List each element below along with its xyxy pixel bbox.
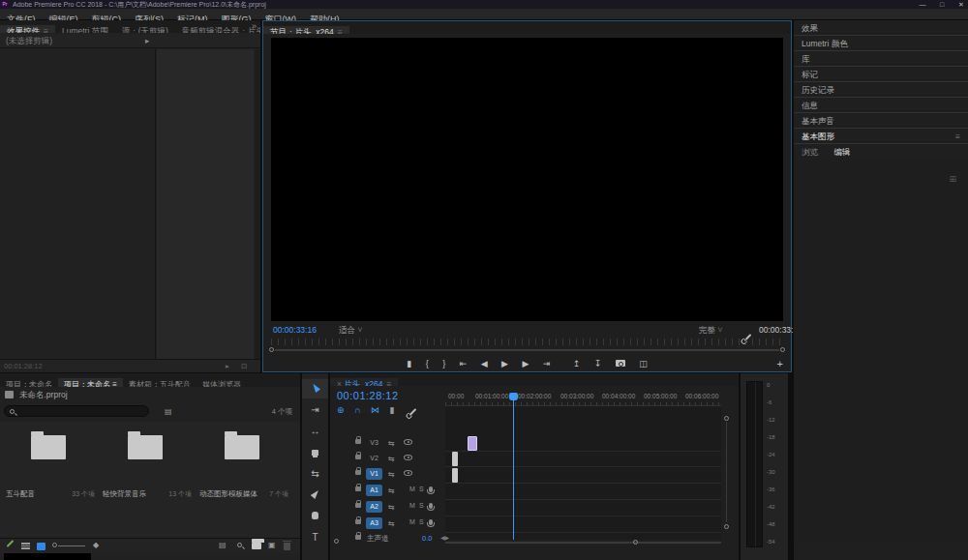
- close-tab-icon[interactable]: ×: [337, 379, 342, 386]
- pen-tool[interactable]: [302, 486, 328, 505]
- compare-view-button[interactable]: ◫: [639, 356, 648, 371]
- maximize-button[interactable]: □: [935, 0, 949, 9]
- go-to-out-button[interactable]: ⇥: [543, 356, 551, 371]
- zoom-slider-handle[interactable]: [52, 543, 57, 547]
- sync-lock-icon[interactable]: ⇆: [388, 455, 395, 463]
- timeline-vscroll-track[interactable]: [726, 422, 727, 522]
- new-bin-icon[interactable]: [252, 543, 261, 549]
- lock-icon[interactable]: [355, 519, 361, 524]
- clip-a1[interactable]: [452, 468, 458, 483]
- panel-markers[interactable]: 标记: [794, 67, 968, 82]
- list-view-icon[interactable]: [21, 543, 30, 549]
- sync-lock-icon[interactable]: ⇆: [388, 439, 395, 448]
- sync-lock-icon[interactable]: ⇆: [388, 519, 395, 528]
- scrollbar-right-handle[interactable]: [780, 347, 785, 352]
- step-forward-button[interactable]: ▶: [522, 356, 529, 371]
- scrollbar-track[interactable]: [275, 349, 779, 351]
- panel-lumetri-color[interactable]: Lumetri 颜色: [794, 36, 968, 51]
- selection-tool[interactable]: [302, 379, 328, 398]
- timeline-ruler[interactable]: 00:00 00:01:00:00 00:02:00:00 00:03:00:0…: [445, 392, 721, 406]
- playback-quality-select[interactable]: 完整 ˅: [699, 323, 722, 337]
- automate-to-sequence-icon[interactable]: ▤: [219, 541, 227, 549]
- type-tool[interactable]: T: [302, 528, 328, 547]
- panel-libraries[interactable]: 库: [794, 51, 968, 67]
- bin-item[interactable]: 五斗配音 33 个项: [2, 429, 97, 530]
- step-back-button[interactable]: ◀: [481, 356, 488, 371]
- bin-item[interactable]: 轻快背景音乐 13 个项: [99, 429, 194, 530]
- bin-item[interactable]: 动态图形模板媒体 7 个项: [196, 429, 290, 530]
- ripple-edit-tool[interactable]: ↔: [302, 422, 328, 441]
- minimize-button[interactable]: —: [916, 0, 929, 9]
- timeline-hscroll-handle[interactable]: [633, 540, 638, 545]
- tab-media-browser[interactable]: 媒体浏览器: [197, 378, 247, 387]
- nest-sequence-icon[interactable]: ⊛: [337, 405, 345, 415]
- track-badge[interactable]: V1: [366, 468, 382, 480]
- tab-project-1[interactable]: 项目：未命名: [0, 378, 58, 387]
- lock-icon[interactable]: [355, 439, 361, 444]
- tab-project-2[interactable]: 项目：未命名 ≡: [58, 378, 123, 387]
- new-item-icon[interactable]: ▣: [268, 541, 276, 549]
- sort-icon[interactable]: ◆: [93, 541, 99, 549]
- panel-essential-graphics[interactable]: 基本图形≡: [794, 129, 968, 144]
- master-gain-value[interactable]: 0.0: [422, 534, 432, 543]
- playhead-line[interactable]: [513, 398, 514, 540]
- panel-history[interactable]: 历史记录: [794, 82, 968, 98]
- timeline-zoom-left-handle[interactable]: [334, 539, 339, 544]
- clip-v2-graphic[interactable]: [468, 436, 477, 451]
- zoom-level-select[interactable]: 适合 ˅: [339, 323, 362, 337]
- mute-button[interactable]: M: [409, 518, 415, 525]
- panel-effects[interactable]: 效果: [794, 20, 968, 36]
- solo-button[interactable]: S: [419, 518, 424, 525]
- panel-menu-icon[interactable]: ≡: [44, 26, 48, 33]
- timeline-vscroll-top-handle[interactable]: [724, 416, 729, 421]
- panel-menu-icon[interactable]: ≡: [387, 379, 392, 386]
- scrollbar-left-handle[interactable]: [269, 347, 274, 352]
- clear-trash-icon[interactable]: [284, 543, 290, 550]
- button-editor-plus[interactable]: +: [777, 356, 783, 371]
- project-search-input[interactable]: [4, 405, 149, 417]
- effect-controls-scrollbar[interactable]: [255, 49, 260, 359]
- tab-overflow-icon[interactable]: »: [252, 20, 257, 33]
- sync-lock-icon[interactable]: ⇆: [388, 470, 395, 479]
- mute-button[interactable]: M: [409, 486, 415, 492]
- snap-magnet-icon[interactable]: ∩: [354, 405, 361, 415]
- lock-icon[interactable]: [355, 503, 361, 508]
- program-time-ruler[interactable]: [271, 339, 783, 345]
- tab-source-monitor[interactable]: 源：(无剪辑): [115, 25, 175, 33]
- lock-icon[interactable]: [355, 470, 361, 475]
- program-current-timecode[interactable]: 00:00:33:16: [273, 323, 317, 337]
- timeline-settings-wrench-icon[interactable]: [409, 408, 417, 416]
- timeline-add-marker-icon[interactable]: ▮: [390, 405, 395, 415]
- razor-tool[interactable]: [302, 443, 328, 462]
- zoom-slider-track[interactable]: [58, 545, 85, 546]
- add-marker-button[interactable]: ▮: [407, 356, 411, 371]
- lock-icon[interactable]: [355, 455, 361, 459]
- voiceover-mic-icon[interactable]: [429, 519, 433, 525]
- panel-menu-icon[interactable]: ≡: [338, 27, 343, 34]
- timeline-vscroll-bottom-handle[interactable]: [724, 524, 729, 529]
- track-visibility-eye-icon[interactable]: [404, 455, 412, 460]
- tab-program-monitor[interactable]: 节目：片头_x264≡: [263, 26, 349, 34]
- voiceover-mic-icon[interactable]: [429, 486, 433, 492]
- program-zoom-scrollbar[interactable]: [269, 347, 785, 353]
- solo-button[interactable]: S: [419, 502, 424, 509]
- panel-essential-sound[interactable]: 基本声音: [794, 113, 968, 129]
- track-visibility-eye-icon[interactable]: [404, 439, 412, 445]
- track-select-tool[interactable]: ⇥: [302, 400, 328, 420]
- find-icon[interactable]: [237, 543, 242, 547]
- sync-lock-icon[interactable]: ⇆: [388, 503, 395, 512]
- track-badge[interactable]: V2: [366, 453, 382, 464]
- mark-out-button[interactable]: }: [442, 356, 445, 371]
- zoom-fit-icon[interactable]: ⊡: [241, 360, 247, 373]
- linked-selection-icon[interactable]: ⋈: [371, 405, 379, 415]
- track-badge[interactable]: V3: [366, 437, 382, 449]
- panel-menu-icon[interactable]: ≡: [112, 380, 117, 387]
- panel-menu-icon[interactable]: ≡: [955, 129, 960, 144]
- clip-v1[interactable]: [452, 452, 458, 466]
- track-badge[interactable]: A1: [366, 485, 382, 496]
- search-filter-icon[interactable]: ▤: [165, 407, 172, 416]
- lift-button[interactable]: ↥: [573, 356, 581, 371]
- play-audio-only-icon[interactable]: ▸: [226, 360, 229, 373]
- tab-lumetri-scopes[interactable]: Lumetri 范围: [55, 25, 115, 33]
- tab-bin-voiceover[interactable]: 素材箱：五斗配音: [123, 378, 197, 387]
